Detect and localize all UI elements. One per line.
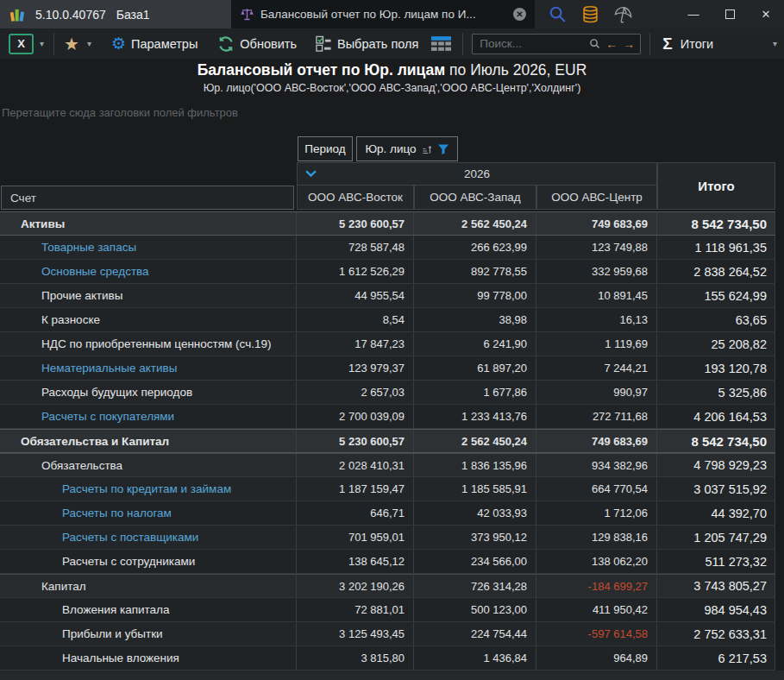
row-label-link[interactable]: Расчеты с поставщиками [0, 526, 297, 549]
cell-value: 990,97 [536, 381, 657, 404]
column-header-zapad[interactable]: ООО АВС-Запад [414, 185, 536, 210]
cell-value: 44 955,54 [297, 284, 414, 307]
pivot-row: Основные средства1 612 526,29892 778,553… [0, 260, 775, 284]
toolbar-separator [462, 33, 463, 55]
grid-layout-icon[interactable] [431, 36, 451, 51]
close-button[interactable]: ✕ [748, 0, 784, 28]
sigma-icon[interactable]: Σ [662, 35, 672, 54]
row-label-link[interactable]: Основные средства [0, 260, 297, 283]
favorites-dropdown-caret-icon[interactable]: ▾ [87, 39, 91, 48]
row-label-link[interactable]: Расчеты по налогам [0, 501, 297, 525]
toolbar-separator [53, 33, 54, 55]
column-group-2026[interactable]: 2026 [297, 162, 657, 186]
cell-value: 701 959,01 [297, 526, 414, 549]
search-box-magnifier-icon [589, 38, 600, 49]
choose-fields-button[interactable]: Выбрать поля [337, 37, 418, 51]
search-icon[interactable] [549, 5, 567, 23]
totals-dropdown-caret-icon[interactable]: ▾ [773, 39, 777, 48]
cell-total: 984 954,43 [657, 598, 775, 621]
scales-icon [240, 7, 254, 22]
cell-total: 63,65 [657, 308, 775, 331]
cell-value: 129 838,16 [536, 526, 657, 549]
column-header-vostok[interactable]: ООО АВС-Восток [297, 185, 414, 210]
cell-value: 38,98 [414, 308, 536, 331]
cell-value: 2 700 039,09 [297, 405, 414, 428]
row-label-link[interactable]: Товарные запасы [0, 236, 297, 259]
field-period-label: Период [304, 142, 345, 155]
field-button-period[interactable]: Период [298, 136, 353, 161]
cell-value: 500 123,00 [414, 598, 536, 621]
cell-total: 2 838 264,52 [657, 260, 775, 283]
pivot-row: Расходы будущих периодов2 657,031 677,86… [0, 381, 775, 405]
gear-icon[interactable]: ⚙ [111, 35, 126, 52]
title-bar: 5.10.0.40767 База1 Балансовый отчет по Ю… [0, 0, 784, 28]
pivot-row: НДС по приобретенным ценностям (сч.19)17… [0, 332, 775, 356]
tab-close-icon[interactable]: ✕ [513, 8, 526, 21]
cell-value: 42 033,93 [414, 501, 536, 525]
cell-value: 2 562 450,24 [414, 430, 536, 452]
cell-value: 3 125 493,45 [297, 622, 414, 645]
report-title-suffix: по Июль 2026, EUR [445, 61, 586, 79]
maximize-button[interactable] [712, 0, 748, 28]
choose-fields-icon[interactable] [316, 35, 332, 52]
pivot-row: Расчеты по налогам646,7142 033,931 712,0… [0, 501, 775, 526]
cell-total: 1 205 747,29 [657, 526, 775, 549]
toolbar-separator [649, 33, 650, 55]
filter-drop-area[interactable]: Перетащите сюда заголовки полей фильтров [2, 106, 238, 119]
cell-total: 3 037 515,92 [657, 477, 775, 501]
app-version: 5.10.0.40767 [35, 8, 106, 22]
cell-value: 1 836 135,96 [414, 454, 536, 476]
cell-value: 1 677,86 [414, 381, 536, 404]
totals-button[interactable]: Итоги [681, 37, 713, 51]
row-field-header[interactable]: Счет [1, 186, 294, 210]
row-label: Прочие активы [0, 284, 297, 307]
collapse-chevron-icon[interactable] [305, 170, 317, 178]
row-label-link[interactable]: Нематериальные активы [0, 356, 297, 380]
report-subtitle: Юр. лицо('ООО АВС-Восток','ООО АВС-Запад… [0, 82, 784, 94]
cell-total: 8 542 734,50 [657, 430, 775, 452]
parameters-button[interactable]: Параметры [131, 37, 198, 51]
favorites-star-icon[interactable]: ★ [64, 35, 79, 53]
year-label: 2026 [464, 167, 490, 180]
excel-export-button[interactable]: X [9, 34, 34, 54]
column-header-centr[interactable]: ООО АВС-Центр [536, 185, 657, 210]
cell-value: 61 897,20 [414, 356, 536, 380]
pivot-row: Расчеты с поставщиками701 959,01373 950,… [0, 526, 775, 550]
report-title-main: Балансовый отчет по Юр. лицам [198, 61, 446, 79]
search-prev-icon[interactable]: ← [605, 38, 618, 50]
cell-value: 726 314,28 [414, 575, 536, 597]
refresh-button[interactable]: Обновить [240, 37, 297, 51]
row-label-link[interactable]: Расчеты по кредитам и займам [0, 477, 297, 501]
search-input[interactable] [478, 36, 584, 51]
search-box: ← → [472, 34, 641, 54]
database-name: База1 [116, 8, 150, 22]
cell-total: 4 798 929,23 [657, 454, 775, 476]
pivot-row: Прочие активы44 955,5499 778,0010 891,45… [0, 284, 775, 308]
cell-value: 272 711,68 [536, 405, 657, 428]
minimize-button[interactable]: — [675, 0, 712, 28]
report-tab[interactable]: Балансовый отчет по Юр. лицам по И... ✕ [231, 0, 535, 28]
cell-total: 1 118 961,35 [657, 236, 775, 259]
database-icon[interactable] [581, 5, 599, 23]
search-next-icon[interactable]: → [623, 38, 635, 50]
cell-value: 749 683,69 [536, 212, 657, 235]
report-header: Балансовый отчет по Юр. лицам по Июль 20… [0, 61, 784, 94]
row-label-link[interactable]: Расчеты с покупателями [0, 405, 297, 428]
pivot-row: Обязательства2 028 410,311 836 135,96934… [0, 453, 775, 477]
filter-funnel-icon[interactable] [437, 143, 449, 155]
pivot-row: К разноске8,5438,9816,1363,65 [0, 308, 775, 332]
report-title: Балансовый отчет по Юр. лицам по Июль 20… [0, 61, 784, 79]
pivot-row: Расчеты с покупателями2 700 039,091 233 … [0, 405, 775, 429]
excel-dropdown-caret-icon[interactable]: ▾ [40, 39, 44, 48]
cell-value: 964,89 [536, 646, 657, 670]
app-logo-icon [10, 7, 25, 22]
cell-value: 646,71 [297, 501, 414, 525]
refresh-icon[interactable] [217, 35, 235, 53]
cell-value: 6 241,90 [414, 332, 536, 356]
cell-value: 138 645,12 [297, 550, 414, 573]
cell-value: 224 754,44 [414, 622, 536, 645]
total-column-header[interactable]: Итого [657, 162, 775, 210]
cell-value: 266 623,99 [414, 236, 536, 259]
field-button-entity[interactable]: Юр. лицо [356, 136, 458, 161]
umbrella-icon[interactable] [614, 5, 633, 24]
